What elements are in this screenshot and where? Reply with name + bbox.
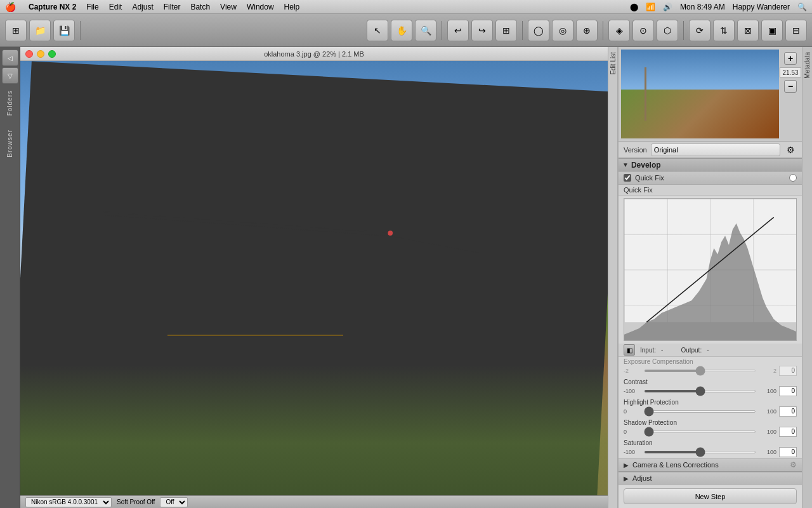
tool-zoom[interactable]: 🔍	[415, 20, 436, 41]
tool-brush3[interactable]: ⊕	[576, 20, 598, 41]
tool-select[interactable]: ↖	[367, 20, 388, 41]
shadow-protection-label: Shadow Protection	[624, 419, 797, 426]
highlight-protection-slider[interactable]	[644, 410, 756, 413]
input-label: Input:	[640, 347, 656, 354]
tool-view[interactable]: ▣	[761, 20, 783, 41]
camera-lens-header[interactable]: ▶ Camera & Lens Corrections ⚙	[619, 458, 802, 472]
adjust-header[interactable]: ▶ Adjust	[619, 472, 802, 485]
menu-help[interactable]: Help	[284, 3, 300, 11]
birds-eye-area: + 21.53 −	[619, 47, 802, 142]
saturation-group: Saturation -100 100 0	[619, 438, 802, 458]
search-icon[interactable]: 🔍	[797, 3, 807, 11]
tool-brush2[interactable]: ◎	[552, 20, 573, 41]
exposure-min: -2	[624, 368, 641, 374]
shadow-protection-value[interactable]: 0	[779, 427, 797, 437]
tool-layout[interactable]: ⊟	[785, 20, 807, 41]
camera-lens-label: Camera & Lens Corrections	[632, 461, 719, 469]
image-container[interactable]	[20, 61, 608, 495]
tool-eyedrop[interactable]: ⊙	[632, 20, 654, 41]
new-step-button[interactable]: New Step	[624, 488, 797, 504]
shadow-protection-slider[interactable]	[644, 431, 756, 433]
contrast-group: Contrast -100 100 0	[619, 377, 802, 398]
toolbar-sep2	[442, 21, 442, 40]
exposure-compensation-group: Exposure Compensation -2 2 0	[619, 357, 802, 377]
tool-hand[interactable]: ✋	[391, 20, 412, 41]
tool-redo[interactable]: ↪	[471, 20, 493, 41]
zoom-controls: + 21.53 −	[782, 50, 799, 138]
tool-brush[interactable]: ◯	[528, 20, 549, 41]
tool-crop[interactable]: ⊞	[495, 20, 517, 41]
develop-title: Develop	[631, 161, 661, 170]
shadow-max: 100	[759, 429, 776, 435]
develop-section-header[interactable]: ▼ Develop	[619, 158, 802, 171]
menu-filter[interactable]: Filter	[164, 3, 181, 11]
toolbar-save-btn[interactable]: 💾	[53, 20, 75, 41]
input-value: -	[661, 347, 663, 354]
levels-icon[interactable]: ◧	[624, 344, 635, 356]
tool-stamp[interactable]: ⬡	[657, 20, 678, 41]
highlight-protection-label: Highlight Protection	[624, 399, 797, 406]
menu-file[interactable]: File	[86, 3, 98, 11]
left-sidebar: ◁ ▽ Folders Browser	[0, 47, 20, 508]
exposure-compensation-slider[interactable]	[644, 370, 756, 372]
menu-adjust[interactable]: Adjust	[132, 3, 153, 11]
color-profile-dropdown[interactable]: Nikon sRGB 4.0.0.3001	[25, 497, 112, 507]
close-button[interactable]	[25, 50, 33, 58]
zoom-in-button[interactable]: +	[784, 52, 797, 65]
menu-edit[interactable]: Edit	[109, 3, 122, 11]
window-titlebar: oklahoma 3.jpg @ 22% | 2.1 MB	[20, 47, 608, 61]
tool-undo[interactable]: ↩	[447, 20, 469, 41]
menu-window[interactable]: Window	[247, 3, 274, 11]
highlight-protection-value[interactable]: 0	[779, 406, 797, 417]
app-name: Capture NX 2	[29, 3, 76, 11]
tool-resize[interactable]: ⊠	[737, 20, 759, 41]
exposure-compensation-row: -2 2 0	[624, 366, 797, 376]
shadow-protection-row: 0 100 0	[624, 427, 797, 437]
sidebar-collapse-btn[interactable]: ◁	[2, 50, 18, 66]
bluetooth-icon: ⬤	[630, 3, 638, 11]
tool-rotate[interactable]: ⟳	[689, 20, 710, 41]
be-pole	[645, 67, 646, 121]
birds-eye-image	[621, 50, 779, 138]
vegetation	[20, 365, 608, 495]
camera-lens-icon: ⚙	[790, 460, 797, 469]
output-label: Output:	[681, 347, 702, 354]
quick-fix-subheader: Quick Fix	[619, 185, 802, 196]
contrast-value[interactable]: 0	[779, 386, 797, 396]
apple-menu[interactable]: 🍎	[5, 2, 16, 12]
photo-scene	[20, 61, 608, 495]
version-gear-button[interactable]: ⚙	[784, 144, 797, 156]
metadata-label: Metadata	[802, 47, 812, 84]
contrast-slider[interactable]	[644, 390, 756, 392]
exposure-compensation-value[interactable]: 0	[779, 366, 797, 376]
sidebar-expand-btn[interactable]: ▽	[2, 67, 18, 84]
saturation-row: -100 100 0	[624, 447, 797, 457]
highlight-protection-group: Highlight Protection 0 100 0	[619, 398, 802, 418]
menu-view[interactable]: View	[220, 3, 237, 11]
sidebar-browser-label: Browser	[6, 130, 13, 157]
softproof-label: Soft Proof Off	[117, 498, 155, 505]
tool-colorpick[interactable]: ◈	[608, 20, 630, 41]
saturation-slider[interactable]	[644, 451, 756, 453]
right-panel-container: Edit List + 21.53 −	[608, 47, 802, 508]
quick-fix-header: Quick Fix	[619, 171, 802, 185]
quick-fix-radio[interactable]	[789, 174, 797, 182]
zoom-value: 21.53	[780, 67, 801, 77]
saturation-value[interactable]: 0	[779, 447, 797, 457]
shadow-min: 0	[624, 429, 641, 435]
toolbar-new-btn[interactable]: ⊞	[5, 20, 27, 41]
histogram-svg	[624, 199, 796, 340]
canvas-area: oklahoma 3.jpg @ 22% | 2.1 MB	[20, 47, 608, 508]
softproof-dropdown[interactable]: Off	[160, 497, 188, 507]
toolbar-open-btn[interactable]: 📁	[29, 20, 51, 41]
exposure-compensation-label: Exposure Compensation	[624, 358, 797, 365]
zoom-out-button[interactable]: −	[784, 80, 797, 93]
version-bar: Version Original ⚙	[619, 142, 802, 158]
tool-flip[interactable]: ⇅	[713, 20, 735, 41]
menu-batch[interactable]: Batch	[190, 3, 210, 11]
maximize-button[interactable]	[48, 50, 56, 58]
minimize-button[interactable]	[37, 50, 44, 58]
toolbar-sep5	[683, 21, 684, 40]
quick-fix-checkbox[interactable]	[624, 174, 631, 182]
version-select[interactable]: Original	[651, 144, 780, 156]
